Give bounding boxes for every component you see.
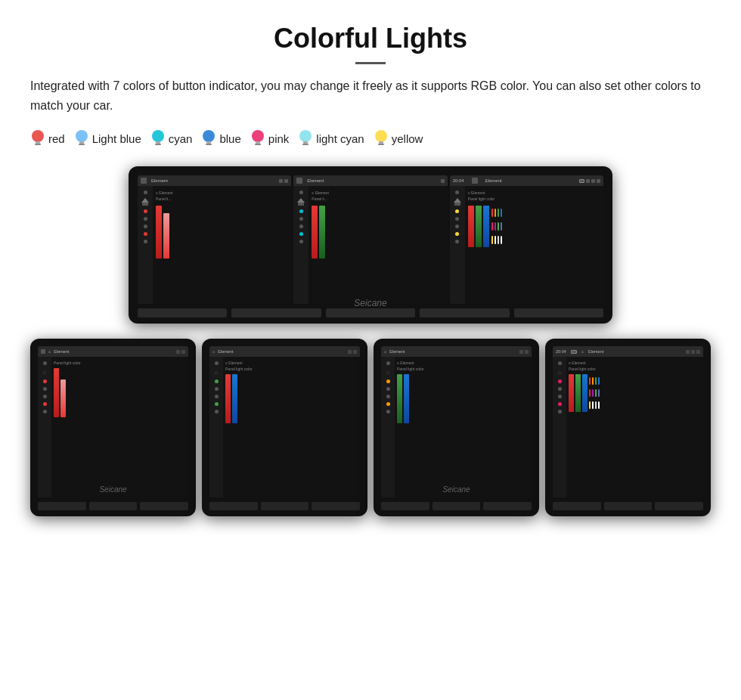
sidebar-dot-cyan <box>299 209 303 213</box>
color-label-red: red <box>48 132 65 145</box>
rect-icon <box>579 179 584 183</box>
b2-label: Panel light color <box>225 367 358 371</box>
screen1-title: Element <box>151 178 168 183</box>
b1-main: Panel light color <box>51 357 188 497</box>
bottom-car4-screens: 20:04 ⌂ Element ⌂ <box>553 346 703 497</box>
b2-dot-4 <box>215 395 219 398</box>
sidebar-dot-6 <box>299 217 303 221</box>
b4-bar-blue <box>582 374 588 412</box>
b3-btn-2 <box>433 502 481 510</box>
screen2-submenu: ≡ Element <box>312 190 444 195</box>
b2-hdr-title: Element <box>218 349 233 354</box>
color-label-pink: pink <box>268 132 290 145</box>
sidebar-dot-8 <box>299 240 303 243</box>
bottom-car2-screens: ⌂ Element ⌂ <box>209 346 360 497</box>
bottom-car-4: 20:04 ⌂ Element ⌂ <box>545 339 711 516</box>
svg-rect-11 <box>206 144 212 145</box>
b4-btn-2 <box>604 502 653 510</box>
b4-bar-red <box>569 374 574 412</box>
b4-hdr-title: Element <box>588 349 603 354</box>
svg-rect-20 <box>378 144 384 145</box>
bar-green-1 <box>319 206 325 259</box>
top-btn-2 <box>231 308 321 317</box>
color-label-yellow: yellow <box>392 132 423 145</box>
b2-hdr-home: ⌂ <box>212 349 215 354</box>
bulb-icon-blue <box>201 129 216 148</box>
sidebar-dot-5 <box>299 190 303 194</box>
b1-dot-6 <box>43 410 47 413</box>
b3-sidebar: ⌂ <box>381 357 395 497</box>
screen1-header: Element <box>138 175 291 186</box>
b3-btn-1 <box>381 502 429 510</box>
b1-dot-3 <box>43 387 47 391</box>
b3-bar-blue <box>404 374 409 423</box>
b4-sidebar: ⌂ <box>553 357 566 497</box>
b4-dot-5 <box>558 402 562 406</box>
color-label-blue: blue <box>219 132 240 145</box>
color-item-lightblue: Light blue <box>74 129 141 148</box>
title-divider <box>355 62 386 64</box>
svg-rect-19 <box>379 141 383 144</box>
bulb-icon-cyan <box>150 129 166 148</box>
svg-rect-7 <box>156 141 160 144</box>
cell-7 <box>498 222 499 231</box>
svg-point-18 <box>375 130 387 142</box>
bar-red-1 <box>156 206 162 259</box>
screen2-panel-label: Panel li... <box>312 197 444 201</box>
b1-dot-2 <box>43 379 47 383</box>
bottom-screen-2: ⌂ Element ⌂ <box>209 346 360 497</box>
nav-icon <box>591 179 595 183</box>
b3-btn-3 <box>483 502 532 510</box>
b2-bars <box>225 374 358 423</box>
b1-label: Panel light color <box>54 361 186 365</box>
top-screen-2: Element <box>293 175 447 304</box>
cell-3 <box>498 209 499 217</box>
b4-label: Panel light color <box>569 367 701 371</box>
screen3-main: ≡ Element Panel light color <box>465 186 603 304</box>
b3-hdr-title: Element <box>389 349 405 354</box>
description-text: Integrated with 7 colors of button indic… <box>30 76 711 115</box>
b3-submenu: ≡ Element <box>397 361 529 365</box>
bottom-car3-screens: ⌂ Element ⌂ <box>381 346 532 497</box>
top-screens-inner: Element <box>138 175 603 304</box>
b1-hdr-icon3 <box>181 350 185 354</box>
bar-green-2 <box>476 206 482 247</box>
sidebar-dot-12 <box>455 240 459 243</box>
screen3-submenu: ≡ Element <box>468 190 600 195</box>
b2-submenu: ≡ Element <box>225 361 358 365</box>
b2-dot-5 <box>215 402 219 406</box>
color-item-pink: pink <box>250 129 290 148</box>
b4-cell-9 <box>589 401 591 409</box>
b4-cell-10 <box>592 401 594 409</box>
b2-bar-red <box>225 374 231 423</box>
b3-hdr: ⌂ Element <box>381 346 532 357</box>
color-label-cyan: cyan <box>169 132 193 145</box>
b4-cell-3 <box>595 377 597 385</box>
b4-dot-6 <box>558 410 562 413</box>
b4-cell-6 <box>592 389 594 397</box>
svg-rect-1 <box>36 141 40 144</box>
b3-label: Panel light color <box>397 367 529 371</box>
b1-btn-2 <box>89 502 138 510</box>
sidebar-dot-10 <box>455 217 459 221</box>
top-btn-4 <box>420 308 509 317</box>
top-btn-5 <box>514 308 603 317</box>
b3-dot-6 <box>386 410 390 413</box>
home-icon-2 <box>296 178 302 184</box>
svg-rect-2 <box>35 144 41 145</box>
svg-rect-10 <box>206 141 211 144</box>
sidebar-dot-cyan2 <box>299 232 303 236</box>
b1-btn-1 <box>38 502 86 510</box>
bottom-car-2: ⌂ Element ⌂ <box>202 339 367 516</box>
b1-body: ⌂ Panel light color <box>38 357 188 497</box>
b2-icon2 <box>353 350 357 354</box>
sidebar-dot-7 <box>299 225 303 228</box>
sidebar-dot-3 <box>144 225 147 228</box>
b1-hdr-icon <box>41 349 45 354</box>
b1-dot-5 <box>43 402 47 406</box>
b4-icon2 <box>691 350 695 354</box>
svg-marker-26 <box>454 198 461 203</box>
title-section: Colorful Lights <box>30 23 711 64</box>
b1-bar-red <box>54 368 59 417</box>
b4-hdr-home: ⌂ <box>581 349 584 354</box>
